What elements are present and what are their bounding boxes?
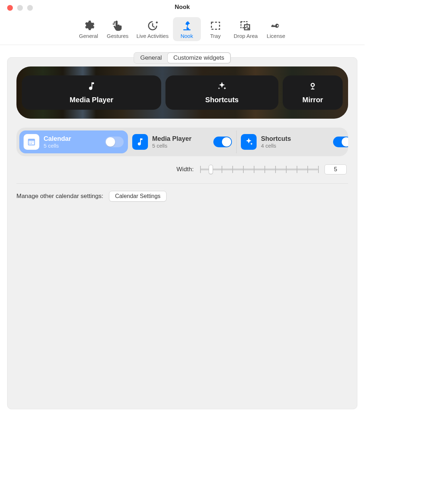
tab-label: Nook [180,33,193,39]
widget-title: Media Player [152,135,209,143]
width-value-field[interactable]: 5 [324,164,347,174]
widget-title: Shortcuts [261,135,329,143]
width-label: Width: [177,166,194,173]
calendar-settings-label: Manage other calendar settings: [16,193,103,200]
sparkle-icon [217,81,227,93]
tray-icon [209,19,222,32]
tab-nook[interactable]: Nook [173,17,201,41]
widget-toggle-media-player[interactable] [213,137,232,147]
tab-gestures[interactable]: Gestures [103,17,132,41]
tab-license[interactable]: License [262,17,290,41]
drop-area-icon [239,19,252,32]
widget-list: Calendar 5 cells Media Player 5 cells [16,128,348,156]
content: General Customize widgets Media Player S… [0,45,365,416]
camera-icon [308,81,318,93]
width-slider[interactable] [200,164,318,175]
tab-label: Tray [210,33,221,39]
widget-card-shortcuts[interactable]: Shortcuts 4 cells [237,130,345,153]
widget-toggle-shortcuts[interactable] [333,137,348,147]
subtab-segmented-control: General Customize widgets [134,52,231,64]
preview-tile-media-player[interactable]: Media Player [22,75,161,110]
widget-subtitle: 4 cells [261,143,329,149]
close-window-button[interactable] [7,5,13,11]
subtab-customize-widgets[interactable]: Customize widgets [168,53,230,63]
music-note-icon [132,134,148,150]
key-icon [270,19,282,32]
nook-preview: Media Player Shortcuts Mirror [16,66,348,119]
tab-live-activities[interactable]: Live Activities [133,17,172,41]
preview-tile-label: Shortcuts [205,96,238,104]
live-activities-icon [147,19,159,32]
preview-tile-label: Mirror [302,96,323,104]
window-controls [7,5,33,11]
tab-label: Gestures [107,33,129,39]
preview-tile-label: Media Player [70,96,113,104]
customize-panel: Media Player Shortcuts Mirror [7,57,357,409]
sparkle-icon [241,134,257,150]
widget-toggle-calendar[interactable] [105,137,124,147]
window-title: Nook [175,4,190,11]
tab-label: General [79,33,98,39]
widget-subtitle: 5 cells [152,143,209,149]
tab-label: License [267,33,285,39]
slider-thumb[interactable] [209,165,213,174]
nook-lamp-icon [181,19,193,32]
gear-icon [83,19,95,32]
widget-card-calendar[interactable]: Calendar 5 cells [19,130,128,153]
widget-title: Calendar [44,135,101,143]
minimize-window-button[interactable] [17,5,23,11]
tab-label: Live Activities [137,33,169,39]
widget-card-media-player[interactable]: Media Player 5 cells [128,130,237,153]
widget-subtitle: 5 cells [44,143,101,149]
preview-tile-shortcuts[interactable]: Shortcuts [165,75,278,110]
tab-label: Drop Area [234,33,258,39]
tab-general[interactable]: General [75,17,103,41]
preview-tile-mirror[interactable]: Mirror [283,75,343,110]
gesture-icon [112,19,124,32]
music-note-icon [86,81,96,93]
calendar-icon [24,134,39,150]
tab-drop-area[interactable]: Drop Area [230,17,262,41]
preferences-toolbar: General Gestures Live Activities Nook Tr… [0,16,365,45]
tab-tray[interactable]: Tray [202,17,229,41]
zoom-window-button[interactable] [27,5,33,11]
width-row: Width: 5 [16,164,348,184]
calendar-settings-row: Manage other calendar settings: Calendar… [16,191,348,202]
calendar-settings-button[interactable]: Calendar Settings [109,191,167,202]
titlebar: Nook [0,0,365,16]
subtab-general[interactable]: General [134,53,167,63]
